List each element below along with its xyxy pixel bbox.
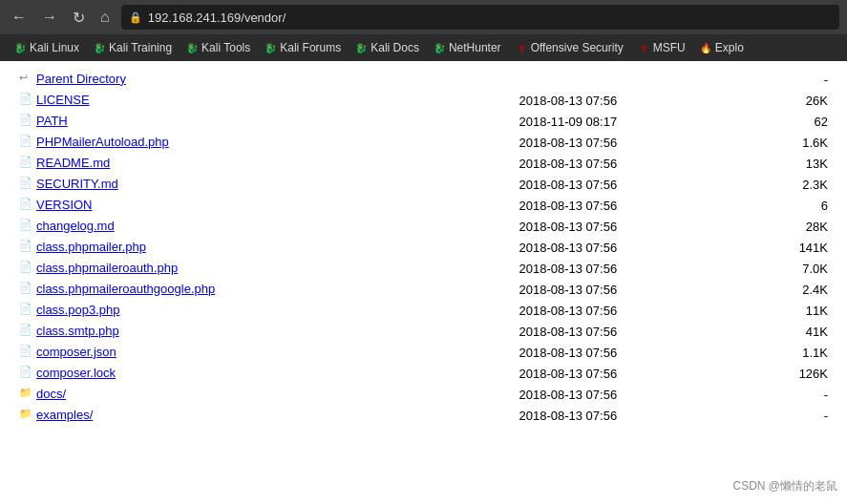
bookmark-kali-forums-label: Kali Forums — [280, 41, 341, 54]
bookmark-kali-linux[interactable]: 🐉 Kali Linux — [8, 39, 85, 56]
file-link-examples-[interactable]: examples/ — [36, 408, 93, 422]
table-row: 📄SECURITY.md2018-08-13 07:562.3K — [15, 174, 832, 195]
file-date: 2018-08-13 07:56 — [515, 384, 731, 405]
bookmark-kali-docs[interactable]: 🐉 Kali Docs — [349, 39, 425, 56]
browser-chrome: ← → ↻ ⌂ 🔒 192.168.241.169/vendor/ — [0, 0, 847, 34]
file-size: 141K — [731, 237, 832, 258]
forward-button[interactable]: → — [38, 7, 61, 28]
table-row: 📄PHPMailerAutoload.php2018-08-13 07:561.… — [15, 132, 832, 153]
file-link-class-phpmaileroauthgoogle-php[interactable]: class.phpmaileroauthgoogle.php — [36, 282, 215, 296]
file-table: ↩Parent Directory-📄LICENSE2018-08-13 07:… — [15, 69, 832, 426]
bookmark-kali-training-label: Kali Training — [109, 41, 172, 54]
file-link-composer-json[interactable]: composer.json — [36, 345, 116, 359]
file-link-class-smtp-php[interactable]: class.smtp.php — [36, 324, 119, 338]
file-size: 41K — [731, 321, 832, 342]
kali-tools-icon: 🐉 — [185, 41, 199, 54]
file-size: - — [731, 69, 832, 90]
msfu-icon: 🗡 — [637, 41, 650, 54]
bookmark-kali-forums[interactable]: 🐉 Kali Forums — [258, 39, 347, 56]
folder-icon: 📁 — [19, 387, 34, 402]
bookmark-explo-label: Explo — [715, 41, 744, 54]
table-row: 📄class.smtp.php2018-08-13 07:5641K — [15, 321, 832, 342]
table-row: 📄LICENSE2018-08-13 07:5626K — [15, 90, 832, 111]
bookmark-msfu[interactable]: 🗡 MSFU — [631, 39, 691, 56]
file-link-path[interactable]: PATH — [36, 114, 68, 128]
file-date: 2018-08-13 07:56 — [515, 258, 731, 279]
file-date: 2018-11-09 08:17 — [515, 111, 731, 132]
table-row: 📄class.phpmaileroauth.php2018-08-13 07:5… — [15, 258, 832, 279]
bookmark-offensive-security-label: Offensive Security — [531, 41, 624, 54]
table-row: 📄VERSION2018-08-13 07:566 — [15, 195, 832, 216]
bookmark-kali-linux-label: Kali Linux — [30, 41, 79, 54]
table-row: 📄PATH2018-11-09 08:1762 — [15, 111, 832, 132]
bookmark-explo[interactable]: 🔥 Explo — [693, 39, 750, 56]
file-size: 28K — [731, 216, 832, 237]
bookmark-nethunter-label: NetHunter — [449, 41, 501, 54]
file-size: 1.1K — [731, 342, 832, 363]
file-size: 26K — [731, 90, 832, 111]
file-link-readme-md[interactable]: README.md — [36, 156, 110, 170]
folder-icon: 📁 — [19, 408, 34, 423]
lock-icon: 🔒 — [129, 11, 142, 24]
bookmark-kali-training[interactable]: 🐉 Kali Training — [87, 39, 178, 56]
file-link-docs-[interactable]: docs/ — [36, 387, 66, 401]
table-row: 📄README.md2018-08-13 07:5613K — [15, 153, 832, 174]
file-date: 2018-08-13 07:56 — [515, 195, 731, 216]
file-link-class-phpmailer-php[interactable]: class.phpmailer.php — [36, 240, 146, 254]
bookmark-nethunter[interactable]: 🐉 NetHunter — [427, 39, 507, 56]
bookmark-offensive-security[interactable]: 🗡 Offensive Security — [509, 39, 629, 56]
nethunter-icon: 🐉 — [433, 41, 446, 54]
table-row: 📄changelog.md2018-08-13 07:5628K — [15, 216, 832, 237]
offensive-security-icon: 🗡 — [515, 41, 528, 54]
bookmark-msfu-label: MSFU — [653, 41, 686, 54]
file-icon: 📄 — [19, 219, 34, 234]
table-row: 📁docs/2018-08-13 07:56- — [15, 384, 832, 405]
file-icon: 📄 — [19, 366, 34, 381]
kali-linux-icon: 🐉 — [13, 41, 27, 54]
file-icon: 📄 — [19, 114, 34, 129]
file-icon: 📄 — [19, 303, 34, 318]
file-icon: 📄 — [19, 345, 34, 360]
bookmarks-bar: 🐉 Kali Linux 🐉 Kali Training 🐉 Kali Tool… — [0, 34, 847, 61]
file-icon: 📄 — [19, 282, 34, 297]
file-date: 2018-08-13 07:56 — [515, 279, 731, 300]
table-row: ↩Parent Directory- — [15, 69, 832, 90]
reload-button[interactable]: ↻ — [69, 7, 89, 29]
table-row: 📄class.phpmaileroauthgoogle.php2018-08-1… — [15, 279, 832, 300]
file-link-composer-lock[interactable]: composer.lock — [36, 366, 116, 380]
table-row: 📄composer.json2018-08-13 07:561.1K — [15, 342, 832, 363]
file-size: 2.3K — [731, 174, 832, 195]
file-icon: 📄 — [19, 135, 34, 150]
back-button[interactable]: ← — [8, 7, 31, 28]
home-button[interactable]: ⌂ — [96, 7, 114, 28]
table-row: 📄composer.lock2018-08-13 07:56126K — [15, 363, 832, 384]
file-link-security-md[interactable]: SECURITY.md — [36, 177, 118, 191]
file-date: 2018-08-13 07:56 — [515, 342, 731, 363]
file-icon: 📄 — [19, 324, 34, 339]
file-size: 7.0K — [731, 258, 832, 279]
address-bar[interactable]: 🔒 192.168.241.169/vendor/ — [121, 5, 839, 30]
bookmark-kali-tools[interactable]: 🐉 Kali Tools — [180, 39, 256, 56]
file-date: 2018-08-13 07:56 — [515, 153, 731, 174]
file-link-changelog-md[interactable]: changelog.md — [36, 219, 115, 233]
file-size: 1.6K — [731, 132, 832, 153]
file-link-phpmailerautoload-php[interactable]: PHPMailerAutoload.php — [36, 135, 169, 149]
file-date: 2018-08-13 07:56 — [515, 405, 731, 426]
parent-dir-link[interactable]: Parent Directory — [36, 72, 126, 86]
watermark: CSDN @懒情的老鼠 — [732, 478, 837, 494]
file-link-version[interactable]: VERSION — [36, 198, 93, 212]
file-size: 2.4K — [731, 279, 832, 300]
file-icon: 📄 — [19, 177, 34, 192]
file-link-class-pop3-php[interactable]: class.pop3.php — [36, 303, 119, 317]
file-link-class-phpmaileroauth-php[interactable]: class.phpmaileroauth.php — [36, 261, 178, 275]
file-size: 62 — [731, 111, 832, 132]
url-text: 192.168.241.169/vendor/ — [148, 10, 286, 25]
file-date: 2018-08-13 07:56 — [515, 132, 731, 153]
file-icon: 📄 — [19, 240, 34, 255]
directory-listing: ↩Parent Directory-📄LICENSE2018-08-13 07:… — [0, 61, 847, 504]
file-size: 126K — [731, 363, 832, 384]
file-link-license[interactable]: LICENSE — [36, 93, 90, 107]
table-row: 📄class.pop3.php2018-08-13 07:5611K — [15, 300, 832, 321]
parent-dir-icon: ↩ — [19, 72, 34, 87]
explo-icon: 🔥 — [699, 41, 712, 54]
